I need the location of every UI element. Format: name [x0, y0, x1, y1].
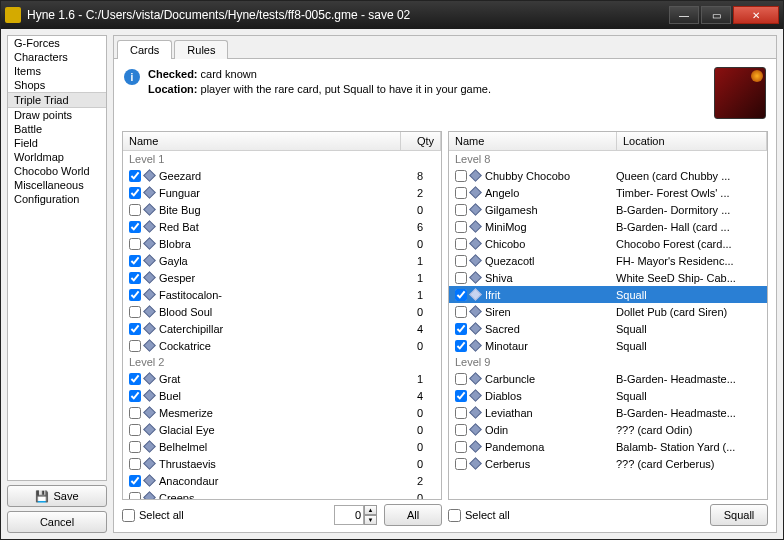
table-row[interactable]: Blood Soul0: [123, 303, 441, 320]
table-row[interactable]: MinotaurSquall: [449, 337, 767, 354]
row-checkbox[interactable]: [129, 187, 141, 199]
table-row[interactable]: MiniMogB-Garden- Hall (card ...: [449, 218, 767, 235]
nav-item-characters[interactable]: Characters: [8, 50, 106, 64]
tab-rules[interactable]: Rules: [174, 40, 228, 59]
nav-item-miscellaneous[interactable]: Miscellaneous: [8, 178, 106, 192]
nav-item-g-forces[interactable]: G-Forces: [8, 36, 106, 50]
minimize-button[interactable]: —: [669, 6, 699, 24]
col-name[interactable]: Name: [449, 132, 617, 150]
row-checkbox[interactable]: [129, 458, 141, 470]
nav-item-shops[interactable]: Shops: [8, 78, 106, 92]
right-select-all-checkbox[interactable]: [448, 509, 461, 522]
table-row[interactable]: SacredSquall: [449, 320, 767, 337]
nav-item-triple-triad[interactable]: Triple Triad: [8, 92, 106, 108]
table-row[interactable]: Buel4: [123, 387, 441, 404]
row-checkbox[interactable]: [455, 340, 467, 352]
table-row[interactable]: Geezard8: [123, 167, 441, 184]
qty-spinner[interactable]: ▲▼: [334, 505, 378, 525]
nav-item-draw-points[interactable]: Draw points: [8, 108, 106, 122]
row-checkbox[interactable]: [129, 441, 141, 453]
table-row[interactable]: Blobra0: [123, 235, 441, 252]
row-checkbox[interactable]: [129, 390, 141, 402]
row-checkbox[interactable]: [129, 323, 141, 335]
left-select-all[interactable]: Select all: [122, 509, 184, 522]
table-row[interactable]: Thrustaevis0: [123, 455, 441, 472]
right-grid[interactable]: Name Location Level 8Chubby ChocoboQueen…: [448, 131, 768, 500]
squall-button[interactable]: Squall: [710, 504, 768, 526]
nav-item-chocobo-world[interactable]: Chocobo World: [8, 164, 106, 178]
row-checkbox[interactable]: [129, 340, 141, 352]
row-checkbox[interactable]: [455, 204, 467, 216]
row-checkbox[interactable]: [129, 170, 141, 182]
table-row[interactable]: Glacial Eye0: [123, 421, 441, 438]
col-qty[interactable]: Qty: [401, 132, 441, 150]
table-row[interactable]: Gesper1: [123, 269, 441, 286]
spin-down-icon[interactable]: ▼: [364, 515, 377, 525]
qty-input[interactable]: [334, 505, 364, 525]
table-row[interactable]: Grat1: [123, 370, 441, 387]
left-grid[interactable]: Name Qty Level 1Geezard8Funguar2Bite Bug…: [122, 131, 442, 500]
row-checkbox[interactable]: [455, 238, 467, 250]
row-checkbox[interactable]: [129, 424, 141, 436]
maximize-button[interactable]: ▭: [701, 6, 731, 24]
row-checkbox[interactable]: [455, 187, 467, 199]
table-row[interactable]: SirenDollet Pub (card Siren): [449, 303, 767, 320]
table-row[interactable]: Creeps0: [123, 489, 441, 500]
table-row[interactable]: Bite Bug0: [123, 201, 441, 218]
nav-item-battle[interactable]: Battle: [8, 122, 106, 136]
nav-item-configuration[interactable]: Configuration: [8, 192, 106, 206]
table-row[interactable]: GilgameshB-Garden- Dormitory ...: [449, 201, 767, 218]
col-location[interactable]: Location: [617, 132, 767, 150]
row-checkbox[interactable]: [129, 272, 141, 284]
row-checkbox[interactable]: [455, 407, 467, 419]
table-row[interactable]: ChicoboChocobo Forest (card...: [449, 235, 767, 252]
table-row[interactable]: Fastitocalon-1: [123, 286, 441, 303]
row-checkbox[interactable]: [455, 255, 467, 267]
row-checkbox[interactable]: [455, 272, 467, 284]
table-row[interactable]: QuezacotlFH- Mayor's Residenc...: [449, 252, 767, 269]
table-row[interactable]: IfritSquall: [449, 286, 767, 303]
row-checkbox[interactable]: [129, 373, 141, 385]
table-row[interactable]: Chubby ChocoboQueen (card Chubby ...: [449, 167, 767, 184]
row-checkbox[interactable]: [455, 289, 467, 301]
table-row[interactable]: Mesmerize0: [123, 404, 441, 421]
table-row[interactable]: Odin??? (card Odin): [449, 421, 767, 438]
table-row[interactable]: DiablosSquall: [449, 387, 767, 404]
nav-item-items[interactable]: Items: [8, 64, 106, 78]
tab-cards[interactable]: Cards: [117, 40, 172, 59]
row-checkbox[interactable]: [129, 407, 141, 419]
right-select-all[interactable]: Select all: [448, 509, 510, 522]
table-row[interactable]: Cerberus??? (card Cerberus): [449, 455, 767, 472]
all-button[interactable]: All: [384, 504, 442, 526]
row-checkbox[interactable]: [129, 255, 141, 267]
spin-up-icon[interactable]: ▲: [364, 505, 377, 515]
table-row[interactable]: CarbuncleB-Garden- Headmaste...: [449, 370, 767, 387]
row-checkbox[interactable]: [129, 306, 141, 318]
table-row[interactable]: ShivaWhite SeeD Ship- Cab...: [449, 269, 767, 286]
nav-item-field[interactable]: Field: [8, 136, 106, 150]
row-checkbox[interactable]: [455, 306, 467, 318]
table-row[interactable]: Cockatrice0: [123, 337, 441, 354]
nav-item-worldmap[interactable]: Worldmap: [8, 150, 106, 164]
row-checkbox[interactable]: [455, 373, 467, 385]
table-row[interactable]: AngeloTimber- Forest Owls' ...: [449, 184, 767, 201]
table-row[interactable]: Anacondaur2: [123, 472, 441, 489]
table-row[interactable]: Gayla1: [123, 252, 441, 269]
row-checkbox[interactable]: [455, 424, 467, 436]
row-checkbox[interactable]: [455, 390, 467, 402]
row-checkbox[interactable]: [129, 221, 141, 233]
row-checkbox[interactable]: [129, 238, 141, 250]
row-checkbox[interactable]: [455, 458, 467, 470]
cancel-button[interactable]: Cancel: [7, 511, 107, 533]
row-checkbox[interactable]: [129, 289, 141, 301]
table-row[interactable]: LeviathanB-Garden- Headmaste...: [449, 404, 767, 421]
table-row[interactable]: Red Bat6: [123, 218, 441, 235]
table-row[interactable]: Belhelmel0: [123, 438, 441, 455]
row-checkbox[interactable]: [455, 441, 467, 453]
row-checkbox[interactable]: [129, 492, 141, 501]
table-row[interactable]: PandemonaBalamb- Station Yard (...: [449, 438, 767, 455]
col-name[interactable]: Name: [123, 132, 401, 150]
row-checkbox[interactable]: [129, 475, 141, 487]
row-checkbox[interactable]: [455, 323, 467, 335]
table-row[interactable]: Caterchipillar4: [123, 320, 441, 337]
